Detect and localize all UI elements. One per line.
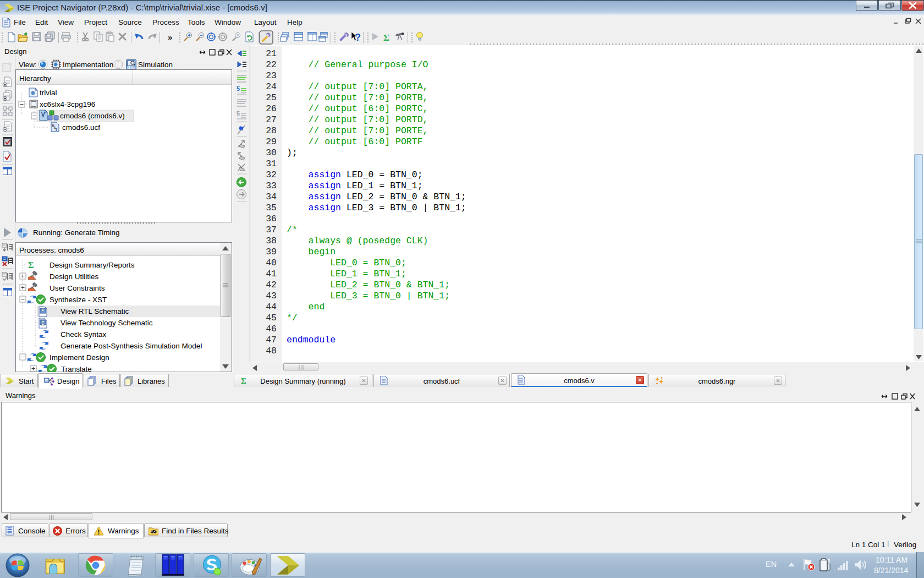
svg-text:5: 5 — [237, 85, 240, 92]
svg-text:?: ? — [355, 32, 361, 43]
svg-text:xc6slx4-3cpg196: xc6slx4-3cpg196 — [40, 100, 95, 108]
svg-text:Generate Post-Synthesis Simula: Generate Post-Synthesis Simulation Model — [61, 342, 202, 350]
svg-text:Σ: Σ — [28, 260, 34, 270]
svg-text:cmods6 (cmods6.v): cmods6 (cmods6.v) — [60, 112, 125, 120]
svg-text:5: 5 — [237, 110, 240, 117]
svg-text:Check Syntax: Check Syntax — [61, 330, 107, 339]
svg-text:V: V — [41, 112, 45, 118]
svg-text:Design Utilities: Design Utilities — [50, 272, 99, 281]
svg-text:Implement Design: Implement Design — [50, 353, 109, 362]
svg-text:»: » — [168, 32, 172, 42]
svg-text:trivial: trivial — [40, 89, 57, 97]
svg-text:View RTL Schematic: View RTL Schematic — [61, 307, 129, 315]
svg-text:Design Summary/Reports: Design Summary/Reports — [50, 261, 135, 269]
svg-text:User Constraints: User Constraints — [50, 284, 105, 292]
svg-text:View Technology Schematic: View Technology Schematic — [61, 319, 153, 327]
svg-text:Σ: Σ — [383, 32, 389, 43]
svg-text:cmods6.ucf: cmods6.ucf — [62, 123, 100, 132]
svg-text:Synthesize - XST: Synthesize - XST — [50, 296, 107, 304]
svg-text:Translate: Translate — [61, 365, 92, 372]
svg-text:iSim: iSim — [127, 66, 135, 69]
